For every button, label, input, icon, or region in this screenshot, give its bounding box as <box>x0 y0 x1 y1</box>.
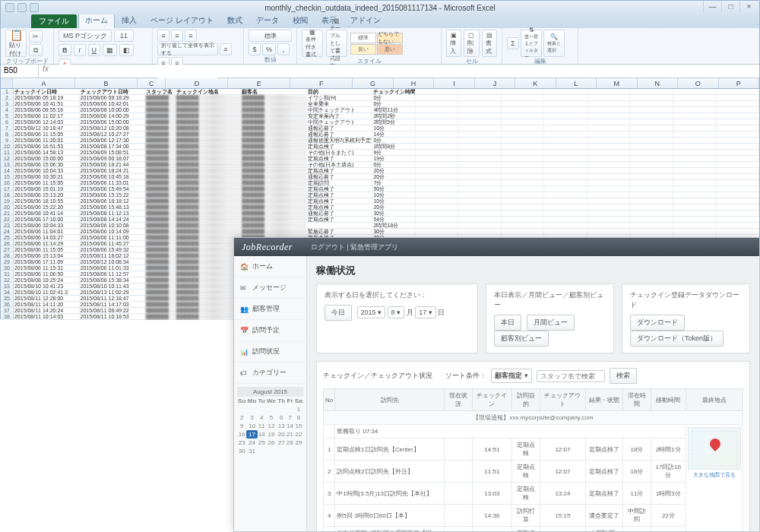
calendar-day[interactable] <box>266 405 277 413</box>
table-row[interactable]: 232015/08/06 10:04:332015/08/06 10:10:08… <box>1 223 759 229</box>
calendar-day[interactable]: 9 <box>237 422 246 430</box>
sort-filter-button[interactable]: ⇅並べ替えとフィルター <box>521 30 542 57</box>
ribbon-tab-3[interactable]: 数式 <box>220 13 249 28</box>
ribbon-tab-1[interactable]: 挿入 <box>115 13 144 28</box>
percent-icon[interactable]: % <box>262 43 276 55</box>
calendar-day[interactable]: 26 <box>266 439 277 447</box>
ribbon-tab-4[interactable]: データ <box>249 13 286 28</box>
name-box[interactable]: B50 <box>1 65 39 78</box>
fx-icon[interactable]: fx <box>39 65 52 78</box>
save-icon[interactable] <box>5 3 14 12</box>
calendar-day[interactable]: 4 <box>258 413 266 422</box>
jr-user-info[interactable]: ログアウト | 緊急管理アプリ <box>311 242 398 252</box>
calendar-day[interactable]: 29 <box>294 439 303 447</box>
col-header[interactable]: P <box>719 78 759 88</box>
col-header[interactable]: G <box>353 78 393 88</box>
calendar-day[interactable] <box>277 447 286 455</box>
table-row[interactable]: 202015/08/06 15:22:202015/08/06 15:48:13… <box>1 204 759 211</box>
undo-icon[interactable] <box>17 3 27 12</box>
conditional-formatting-button[interactable]: ▦条件付き書式 <box>302 30 323 57</box>
calendar-day[interactable] <box>246 405 257 413</box>
customer-view-button[interactable]: 顧客別ビュー <box>494 331 549 347</box>
calendar-day[interactable]: 18 <box>258 430 266 439</box>
align-top-icon[interactable]: ≡ <box>157 30 169 42</box>
wrap-text-button[interactable]: 折り返して全体を表示する <box>157 43 218 55</box>
paste-button[interactable]: 📋 貼り付け <box>5 30 27 57</box>
calendar-day[interactable]: 14 <box>286 422 294 430</box>
col-header[interactable]: H <box>394 78 434 88</box>
table-row[interactable]: 62015/08/06 12:14:032015/08/06 15:00:00█… <box>1 119 759 125</box>
ribbon-tab-7[interactable]: アドイン <box>344 13 388 28</box>
col-header[interactable]: B <box>75 78 138 88</box>
align-left-icon[interactable]: ≡ <box>220 43 232 55</box>
table-row[interactable]: 212015/08/08 10:41:142015/08/08 11:12:13… <box>1 211 759 217</box>
calendar-day[interactable]: 1 <box>294 405 303 413</box>
cell-styles-gallery[interactable]: 標準 どちらでもない 良い 悪い <box>350 33 403 55</box>
table-row[interactable]: 72015/08/12 10:18:472015/08/12 10:20:08█… <box>1 125 759 131</box>
table-row[interactable]: 52015/08/06 11:02:172015/08/06 14:00:29█… <box>1 113 759 119</box>
calendar-day[interactable] <box>237 405 246 413</box>
col-header[interactable]: J <box>475 78 515 88</box>
style-bad[interactable]: 悪い <box>377 44 403 55</box>
jr-table-row[interactable]: 2訪問点検2日訪問先【外注】11:51定期点検12:07定期点検了16分17回訪… <box>324 461 743 483</box>
maximize-button[interactable]: □ <box>721 1 739 12</box>
calendar-day[interactable]: 28 <box>286 439 294 447</box>
calendar-day[interactable] <box>286 447 294 455</box>
style-normal[interactable]: 標準 <box>350 33 376 43</box>
calendar-day[interactable]: 8 <box>294 413 303 422</box>
staff-search-input[interactable] <box>537 370 605 382</box>
table-row[interactable]: 32015/08/06 10:41:512015/08/06 10:42:01█… <box>1 101 759 107</box>
download-token-button[interactable]: ダウンロード（Token版） <box>630 331 724 347</box>
table-row[interactable]: 172015/08/06 15:01:192015/08/06 15:49:54… <box>1 186 759 192</box>
col-header[interactable]: M <box>597 78 637 88</box>
calendar-day[interactable]: 30 <box>237 447 246 455</box>
bold-button[interactable]: B <box>59 44 71 56</box>
format-cells-button[interactable]: ▤書式 <box>482 30 497 57</box>
sort-select[interactable]: 顧客指定 ▾ <box>491 369 532 383</box>
table-row[interactable]: 242015/08/06 11:04:012015/08/06 10:14:09… <box>1 229 759 235</box>
calendar-day[interactable]: 21 <box>286 430 294 439</box>
find-select-button[interactable]: 🔍検索と選択 <box>543 30 565 57</box>
calendar-day[interactable]: 15 <box>294 422 303 430</box>
ribbon-tab-0[interactable]: ホーム <box>78 13 115 28</box>
table-row[interactable]: 22015/08/06 05:18:192015/08/06 08:18:29█… <box>1 95 759 101</box>
download-button[interactable]: ダウンロード <box>630 315 685 331</box>
day-select[interactable]: 17 ▾ <box>415 306 436 318</box>
map-thumbnail[interactable] <box>688 427 741 470</box>
style-neutral[interactable]: どちらでもない <box>377 33 403 43</box>
format-as-table-button[interactable]: ▥テーブルとして書式設定 <box>326 30 347 57</box>
table-row[interactable]: 42015/08/06 09:55:162015/08/08 10:00:00█… <box>1 107 759 113</box>
sidebar-item-4[interactable]: 📊訪問状況 <box>234 341 306 363</box>
calendar-day[interactable]: 25 <box>258 439 266 447</box>
calendar-day[interactable]: 5 <box>266 413 277 422</box>
month-select[interactable]: 8 ▾ <box>388 306 405 318</box>
jr-table-row[interactable]: 業務取り 07:34大きな地図で見る <box>324 425 743 439</box>
calendar-day[interactable] <box>266 447 277 455</box>
calendar-day[interactable]: 22 <box>294 430 303 439</box>
calendar-day[interactable]: 16 <box>237 430 246 439</box>
table-row[interactable]: 192015/08/06 18:10:552015/08/06 18:18:12… <box>1 198 759 204</box>
formula-input[interactable] <box>52 65 759 78</box>
jr-table-row[interactable]: 5月単品定額7日訪問先週間取日【国内】18:11定期点検18:17中間訪問8分5… <box>324 527 743 532</box>
calendar-day[interactable]: 27 <box>277 439 286 447</box>
calendar-day[interactable]: 19 <box>266 430 277 439</box>
calendar-day[interactable] <box>258 405 266 413</box>
table-row[interactable]: 182015/08/06 15:13:202015/08/06 15:15:22… <box>1 192 759 198</box>
cut-icon[interactable]: ✂ <box>29 30 43 43</box>
font-size-select[interactable]: 11 <box>114 30 134 42</box>
search-button[interactable]: 検索 <box>610 368 637 384</box>
style-good[interactable]: 良い <box>350 44 376 55</box>
delete-cells-button[interactable]: ▢削除 <box>464 30 479 57</box>
align-bot-icon[interactable]: ≡ <box>185 30 197 42</box>
currency-icon[interactable]: $ <box>249 43 261 55</box>
calendar-day[interactable]: 7 <box>286 413 294 422</box>
table-row[interactable]: 142015/08/06 10:04:332015/08/06 18:24:21… <box>1 168 759 174</box>
today-button[interactable]: 今日 <box>325 305 352 321</box>
underline-button[interactable]: U <box>88 44 101 56</box>
autosum-button[interactable]: Σ <box>507 37 519 49</box>
month-view-button[interactable]: 月間ビュー <box>527 315 575 331</box>
col-header[interactable]: D <box>166 78 228 88</box>
table-row[interactable]: 132015/08/06 15:06:302015/08/06 18:21:44… <box>1 162 759 168</box>
col-header[interactable]: C <box>138 78 166 88</box>
calendar-day[interactable] <box>286 405 294 413</box>
